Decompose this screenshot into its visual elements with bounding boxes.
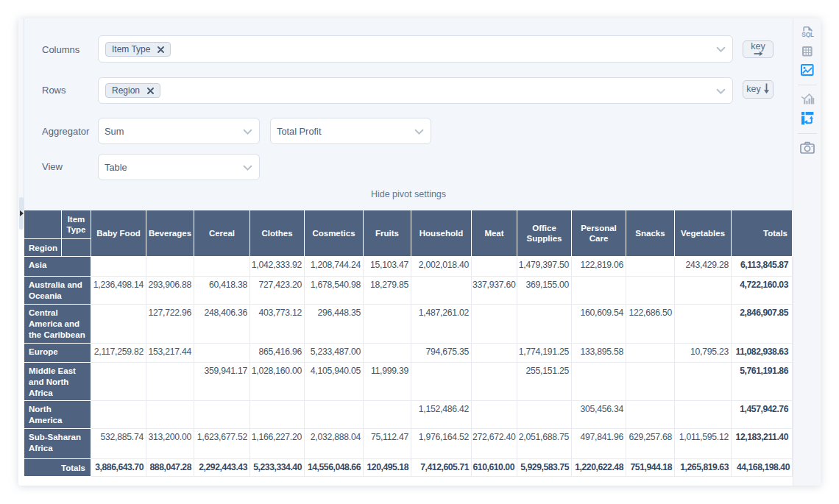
svg-text:SQL: SQL bbox=[801, 31, 814, 38]
